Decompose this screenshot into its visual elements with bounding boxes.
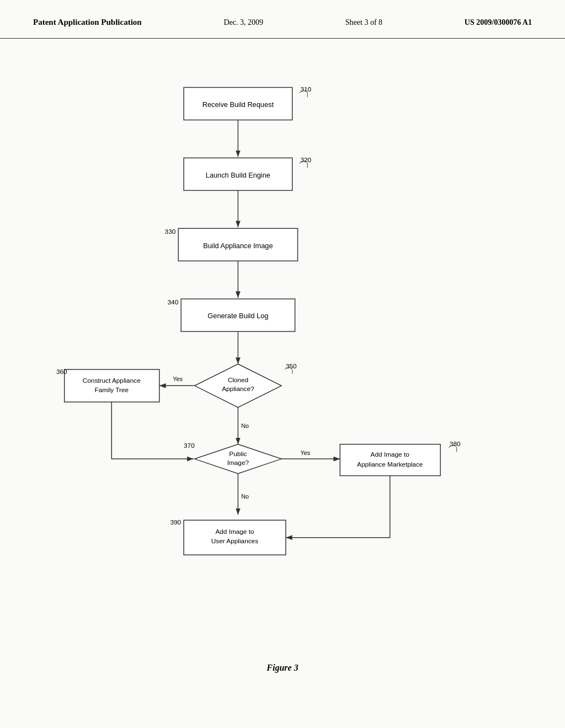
page-header: Patent Application Publication Dec. 3, 2… <box>0 0 565 39</box>
flowchart-area: Receive Build Request 310 Launch Build E… <box>0 39 565 689</box>
label-360: 360 <box>56 368 67 376</box>
figure-caption: Figure 3 <box>266 663 298 673</box>
label-no-370: No <box>241 493 249 500</box>
label-no-350: No <box>241 422 249 429</box>
label-370: 370 <box>184 442 195 449</box>
label-380: 380 <box>450 440 461 448</box>
node-360-label-2: Family Tree <box>94 386 129 394</box>
flowchart-svg: Receive Build Request 310 Launch Build E… <box>0 39 565 689</box>
label-340: 340 <box>168 298 179 306</box>
label-yes-370: Yes <box>300 449 310 456</box>
node-350-label-2: Appliance? <box>222 385 254 393</box>
node-370-label-2: Image? <box>227 459 249 467</box>
header-patent: US 2009/0300076 A1 <box>465 18 532 27</box>
header-title: Patent Application Publication <box>33 18 142 27</box>
label-350: 350 <box>286 362 297 370</box>
node-390-label-2: User Appliances <box>211 537 258 545</box>
node-380-label-2: Appliance Marketplace <box>357 461 423 468</box>
node-350-label-1: Cloned <box>228 376 248 384</box>
arrow-380-390 <box>286 476 390 538</box>
page: Patent Application Publication Dec. 3, 2… <box>0 0 565 728</box>
node-360-label-1: Construct Appliance <box>83 377 141 384</box>
label-320: 320 <box>300 156 311 164</box>
label-310: 310 <box>300 85 311 93</box>
header-sheet: Sheet 3 of 8 <box>345 18 382 27</box>
label-330: 330 <box>165 228 176 235</box>
label-yes-350: Yes <box>173 376 183 382</box>
node-390-label-1: Add Image to <box>215 528 254 536</box>
label-390: 390 <box>170 518 181 526</box>
node-370-label-1: Public <box>229 450 247 458</box>
node-310-label: Receive Build Request <box>202 100 274 109</box>
node-340-label: Generate Build Log <box>207 312 268 320</box>
header-date: Dec. 3, 2009 <box>223 18 263 27</box>
arrow-360-370 <box>111 402 193 459</box>
node-380-label-1: Add Image to <box>371 451 410 458</box>
node-320-label: Launch Build Engine <box>206 171 270 179</box>
node-330-label: Build Appliance Image <box>203 242 273 250</box>
